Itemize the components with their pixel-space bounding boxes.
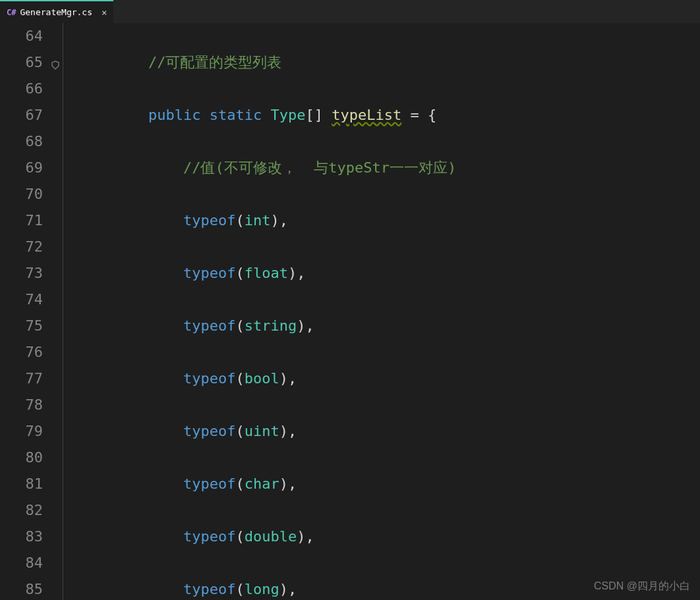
line-number: 74 [0, 286, 43, 313]
type-bool: bool [245, 370, 279, 387]
line-number: 66 [0, 76, 43, 102]
line-number: 81 [0, 471, 43, 497]
indent-guide [63, 23, 148, 600]
fold-gutter [49, 23, 63, 600]
code-content[interactable]: //可配置的类型列表 public static Type[] typeList… [148, 23, 700, 600]
variable-name: typeList [332, 107, 401, 123]
equals-brace: = { [401, 107, 436, 123]
line-number: 77 [0, 366, 43, 392]
line-number: 80 [0, 445, 43, 471]
line-number: 83 [0, 524, 43, 550]
keyword-static: static [210, 107, 262, 123]
type-int: int [245, 212, 271, 229]
tab-lang-label: C# [7, 8, 16, 17]
line-number: 65 [0, 49, 43, 76]
line-number: 72 [0, 234, 43, 260]
line-number: 78 [0, 392, 43, 418]
line-number: 67 [0, 102, 43, 128]
type-long: long [245, 581, 279, 597]
line-number: 75 [0, 313, 43, 339]
line-number: 68 [0, 128, 43, 155]
typeof-keyword: typeof [183, 528, 235, 545]
tab-bar: C# GenerateMgr.cs × [0, 0, 700, 23]
close-icon[interactable]: × [102, 7, 107, 18]
type-uint: uint [245, 423, 279, 439]
line-number: 64 [0, 23, 43, 49]
typeof-keyword: typeof [183, 581, 235, 597]
line-number: 70 [0, 181, 43, 207]
line-number-gutter: 64 65 66 67 68 69 70 71 72 73 74 75 76 7… [0, 23, 49, 600]
type-string: string [245, 317, 297, 334]
typeof-keyword: typeof [183, 423, 235, 439]
brackets: [] [305, 107, 323, 123]
typeof-keyword: typeof [183, 370, 235, 387]
typeof-keyword: typeof [183, 212, 235, 229]
line-number: 71 [0, 207, 43, 234]
fold-collapse-icon[interactable] [51, 52, 60, 78]
watermark: CSDN @四月的小白 [594, 580, 690, 593]
typeof-keyword: typeof [183, 476, 235, 492]
type-double: double [245, 528, 297, 545]
line-number: 84 [0, 550, 43, 576]
tab-filename: GenerateMgr.cs [20, 7, 92, 17]
comment: //值(不可修改， 与typeStr一一对应) [183, 159, 456, 176]
keyword-public: public [148, 107, 200, 123]
type-char: char [245, 476, 279, 492]
line-number: 69 [0, 155, 43, 181]
line-number: 82 [0, 497, 43, 524]
line-number: 79 [0, 418, 43, 445]
typeof-keyword: typeof [183, 265, 235, 281]
type-float: float [245, 265, 288, 281]
line-number: 73 [0, 260, 43, 286]
line-number: 76 [0, 339, 43, 366]
line-number: 85 [0, 576, 43, 600]
typeof-keyword: typeof [183, 317, 235, 334]
comment: //可配置的类型列表 [148, 54, 282, 70]
type-name: Type [270, 107, 305, 123]
editor-tab[interactable]: C# GenerateMgr.cs × [0, 0, 113, 23]
editor-area[interactable]: 64 65 66 67 68 69 70 71 72 73 74 75 76 7… [0, 23, 700, 600]
